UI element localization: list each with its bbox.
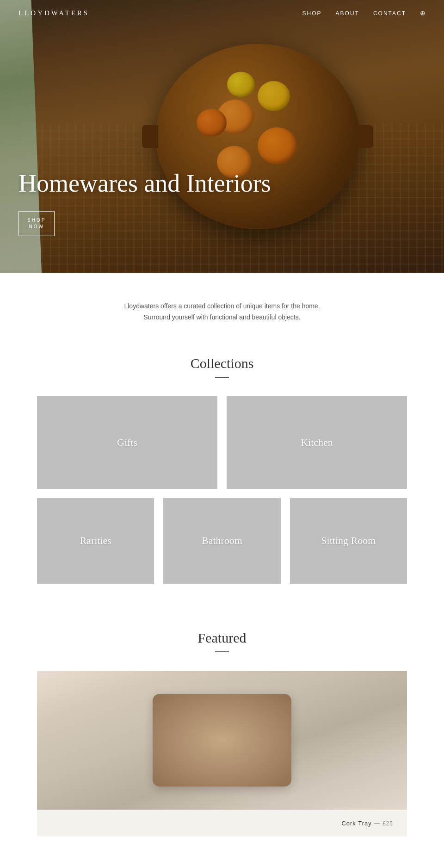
featured-section: Featured Cork Tray — £25 (0, 612, 444, 864)
featured-product-card[interactable]: Cork Tray — £25 (37, 671, 407, 837)
hero-section: Homewares and Interiors SHOPNOW (0, 0, 444, 273)
collections-section: Collections Gifts Kitchen Rarities Bathr… (0, 346, 444, 612)
featured-title: Featured (37, 630, 407, 646)
site-logo[interactable]: LLOYDWATERS (18, 9, 89, 17)
gifts-collection[interactable]: Gifts (37, 396, 217, 489)
kitchen-collection[interactable]: Kitchen (227, 396, 407, 489)
contact-link[interactable]: CONTACT (373, 10, 406, 17)
navigation: LLOYDWATERS SHOP ABOUT CONTACT ⊕ (0, 0, 444, 26)
shop-now-button[interactable]: SHOPNOW (18, 211, 55, 236)
featured-divider (215, 651, 229, 652)
collections-bottom-row: Rarities Bathroom Sitting Room (37, 498, 407, 584)
product-name-label: Cork Tray — £25 (341, 820, 393, 827)
description-section: Lloydwaters offers a curated collection … (0, 273, 444, 346)
hero-content: Homewares and Interiors SHOPNOW (18, 170, 271, 236)
featured-product-info: Cork Tray — £25 (37, 810, 407, 837)
about-link[interactable]: ABOUT (336, 10, 359, 17)
collections-divider (215, 377, 229, 378)
collections-title: Collections (37, 356, 407, 371)
description-text: Lloydwaters offers a curated collection … (106, 301, 338, 323)
featured-product-image (37, 671, 407, 810)
bathroom-collection[interactable]: Bathroom (163, 498, 280, 584)
cart-icon[interactable]: ⊕ (420, 9, 426, 17)
sitting-room-collection[interactable]: Sitting Room (290, 498, 407, 584)
shop-link[interactable]: SHOP (302, 10, 322, 17)
nav-links: SHOP ABOUT CONTACT ⊕ (302, 9, 426, 17)
rarities-collection[interactable]: Rarities (37, 498, 154, 584)
collections-top-row: Gifts Kitchen (37, 396, 407, 489)
hero-title: Homewares and Interiors (18, 170, 271, 197)
product-image-bg (37, 671, 407, 810)
tray-shape (153, 694, 291, 787)
